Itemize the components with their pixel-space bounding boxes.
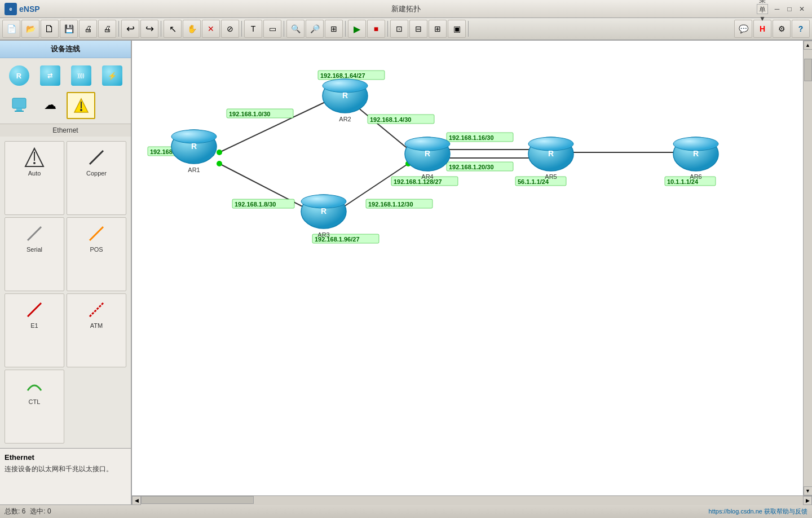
wireless-icon: )))) (71, 65, 91, 86)
erase-button[interactable]: ⊘ (221, 20, 239, 38)
svg-rect-1 (16, 108, 22, 111)
node-ar2[interactable]: R (323, 79, 368, 113)
new-button[interactable]: 📄 (2, 20, 20, 38)
cloud-icon: ☁ (40, 95, 60, 115)
open-button[interactable]: 📂 (21, 20, 39, 38)
cable-e1[interactable]: E1 (5, 293, 64, 367)
device-grid: R ⇄ )))) ⚡ (0, 58, 131, 124)
device-ethernet-cable[interactable] (67, 92, 95, 119)
text-button[interactable]: T (244, 20, 262, 38)
bind-icon: ⊟ (415, 24, 422, 33)
serial-cable-label: Serial (27, 246, 42, 253)
save-template-button[interactable]: 🗋 (41, 20, 59, 38)
topo-button[interactable]: ⊞ (429, 20, 447, 38)
rect-icon: ▭ (269, 24, 276, 33)
delete-button[interactable]: ✕ (202, 20, 220, 38)
switch-icon: ⇄ (40, 65, 60, 86)
cable-auto[interactable]: Auto (5, 141, 64, 215)
desc-title: Ethernet (5, 453, 126, 462)
zoom-out-icon: 🔎 (310, 24, 320, 33)
print-preview-icon: 🖨 (84, 24, 92, 33)
ip-label-ar4-ar5-bot: 192.168.1.20/30 (449, 164, 494, 170)
bind-button[interactable]: ⊟ (409, 20, 427, 38)
device-switch[interactable]: ⇄ (36, 63, 64, 90)
device-wireless[interactable]: )))) (67, 63, 95, 90)
scroll-up-arrow[interactable]: ▲ (804, 41, 813, 50)
start-button[interactable]: ▶ (348, 20, 366, 38)
svg-line-10 (28, 227, 41, 240)
ar1-label: AR1 (188, 166, 200, 173)
device-pc[interactable] (5, 92, 33, 119)
svg-text:R: R (693, 149, 699, 158)
stop-icon: ■ (374, 24, 378, 33)
menu-button[interactable]: 菜 单▼ (757, 4, 768, 14)
svg-text:R: R (191, 142, 197, 151)
text-icon: T (251, 24, 256, 33)
toolbar-sep-5 (345, 21, 346, 37)
restore-button[interactable]: □ (784, 4, 795, 14)
zoom-out-button[interactable]: 🔎 (306, 20, 324, 38)
titlebar: e eNSP 新建拓扑 菜 单▼ ─ □ ✕ (0, 0, 812, 18)
scroll-right-arrow[interactable]: ▶ (803, 496, 812, 505)
scroll-down-arrow[interactable]: ▼ (804, 486, 813, 495)
huawei-icon: H (760, 24, 765, 33)
desc-text: 连接设备的以太网和千兆以太接口。 (5, 464, 126, 474)
topo-icon: ⊞ (434, 24, 441, 33)
zoom-in-button[interactable]: 🔍 (286, 20, 304, 38)
console-button[interactable]: ▣ (448, 20, 466, 38)
settings-button[interactable]: ⚙ (773, 20, 791, 38)
scroll-thumb-vertical[interactable] (804, 59, 812, 81)
hscroll-thumb[interactable] (141, 496, 254, 504)
select-button[interactable]: ↖ (164, 20, 182, 38)
zoom-in-icon: 🔍 (291, 24, 301, 33)
link-ar1-ar2 (219, 99, 332, 152)
horizontal-scrollbar[interactable]: ◀ ▶ (132, 495, 812, 504)
redo-button[interactable]: ↪ (140, 20, 158, 38)
node-ar4[interactable]: R (405, 137, 450, 171)
vertical-scrollbar[interactable]: ▲ ▼ (803, 41, 812, 495)
node-ar3[interactable]: R (301, 195, 346, 229)
cable-atm[interactable]: ATM (67, 293, 126, 367)
window-title: 新建拓扑 (391, 4, 421, 14)
scroll-left-arrow[interactable]: ◀ (132, 496, 141, 505)
cable-ctl[interactable]: CTL (5, 370, 64, 444)
undo-icon: ↩ (126, 23, 135, 35)
rect-button[interactable]: ▭ (263, 20, 281, 38)
stop-button[interactable]: ■ (367, 20, 385, 38)
hand-button[interactable]: ✋ (183, 20, 201, 38)
toolbar-sep-4 (284, 21, 284, 37)
settings-icon: ⚙ (778, 24, 785, 33)
toolbar-sep-2 (161, 21, 161, 37)
print-preview-button[interactable]: 🖨 (79, 20, 97, 38)
device-firewall[interactable]: ⚡ (98, 63, 126, 90)
undo-button[interactable]: ↩ (121, 20, 139, 38)
status-link[interactable]: https://blog.csdn.ne 获取帮助与反馈 (709, 507, 807, 516)
svg-rect-0 (12, 98, 26, 108)
cable-copper[interactable]: Copper (67, 141, 126, 215)
minimize-button[interactable]: ─ (771, 4, 783, 14)
svg-text:R: R (425, 149, 430, 158)
select-icon: ↖ (169, 24, 176, 34)
device-cloud[interactable]: ☁ (36, 92, 64, 119)
save-button[interactable]: 💾 (60, 20, 78, 38)
help-button[interactable]: ? (792, 20, 810, 38)
node-ar5[interactable]: R (528, 137, 573, 171)
node-ar1[interactable]: R (171, 130, 217, 164)
cable-serial[interactable]: Serial (5, 217, 64, 291)
dot-ar1-ar3 (217, 161, 222, 166)
ip-label-ar4-subnet: 192.168.1.128/27 (394, 178, 442, 185)
snapshot-button[interactable]: ⊡ (390, 20, 408, 38)
canvas-area[interactable]: 192.168.1.0/30 192.168.1.32/27 192.168.1… (132, 41, 803, 495)
chat-button[interactable]: 💬 (734, 20, 752, 38)
cable-pos[interactable]: POS (67, 217, 126, 291)
svg-line-12 (28, 303, 41, 317)
print-button[interactable]: 🖨 (98, 20, 116, 38)
fit-button[interactable]: ⊞ (325, 20, 343, 38)
device-router[interactable]: R (5, 63, 33, 90)
huawei-button[interactable]: H (753, 20, 771, 38)
svg-rect-2 (15, 111, 24, 112)
toolbar: 📄 📂 🗋 💾 🖨 🖨 ↩ ↪ ↖ ✋ ✕ ⊘ T ▭ 🔍 � (0, 18, 812, 41)
auto-cable-label: Auto (28, 170, 41, 177)
close-button[interactable]: ✕ (796, 4, 807, 14)
node-ar6[interactable]: R (673, 137, 718, 171)
